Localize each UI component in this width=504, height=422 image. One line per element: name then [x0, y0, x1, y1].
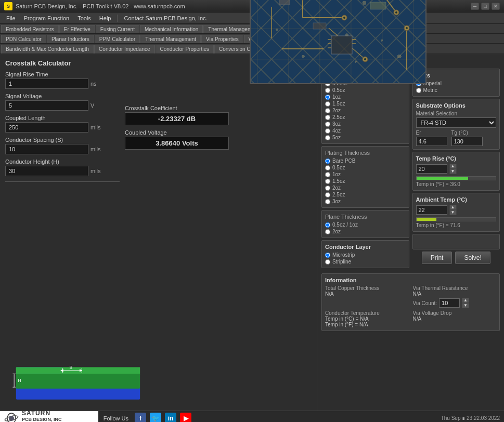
substrate-section: Substrate Options Material Selection FR-… — [412, 99, 500, 150]
copper-5oz[interactable]: 5oz — [325, 135, 406, 140]
temp-f-value: Temp in (°F) = N/A — [325, 322, 409, 327]
youtube-button[interactable]: ▶ — [180, 413, 191, 423]
er-input[interactable] — [416, 137, 447, 146]
tab-fusing-current[interactable]: Fusing Current — [96, 25, 139, 33]
contact-button[interactable]: Contact Saturn PCB Design, Inc. — [120, 14, 211, 22]
info-section: Information Total Copper Thickness N/A V… — [321, 273, 500, 331]
tab-conductor-impedance[interactable]: Conductor Impedance — [94, 45, 154, 54]
solve-button[interactable]: Solve! — [455, 252, 490, 264]
window-controls[interactable]: ─ □ ✕ — [471, 3, 500, 10]
layer-microstrip[interactable]: Microstrip — [325, 252, 406, 258]
empty-box — [412, 234, 500, 249]
copper-1.5oz[interactable]: 1.5oz — [325, 101, 406, 107]
ambient-temp-progress — [416, 217, 497, 221]
via-count-spinner[interactable]: ▲ ▼ — [462, 298, 469, 308]
conductor-spacing-label: Conductor Spacing (S) — [5, 137, 120, 143]
conductor-spacing-input[interactable] — [5, 144, 88, 154]
units-imperial[interactable]: Imperial — [416, 81, 497, 86]
linkedin-button[interactable]: in — [165, 413, 176, 423]
copper-2oz[interactable]: 2oz — [325, 108, 406, 113]
tg-label: Tg (°C) — [451, 130, 483, 136]
options-columns: Base Copper Weight 0.25oz 0.5oz 1oz 1.5o… — [321, 69, 500, 268]
tab-ppm-calculator[interactable]: PPM Calculator — [95, 35, 140, 43]
tab-pdn-calculator[interactable]: PDN Calculator — [1, 35, 46, 43]
tab-conductor-properties[interactable]: Conductor Properties — [156, 45, 214, 54]
coupled-length-input[interactable] — [5, 122, 88, 133]
pcb-svg — [251, 0, 425, 83]
tg-input[interactable] — [451, 137, 483, 146]
bottom-bar: SATURN PCB DESIGN, INC Turnkey Electroni… — [0, 411, 504, 422]
substrate-options-title: Substrate Options — [416, 102, 497, 109]
plating-2.5oz[interactable]: 2.5oz — [325, 192, 406, 197]
ambient-temp-input[interactable] — [416, 205, 447, 215]
close-button[interactable]: ✕ — [492, 3, 500, 10]
tab-er-effective[interactable]: Er Effective — [59, 25, 95, 33]
signal-rise-time-input[interactable] — [5, 78, 88, 89]
copper-3oz[interactable]: 3oz — [325, 121, 406, 127]
copper-1oz[interactable]: 1oz — [325, 94, 406, 100]
ambient-temp-up[interactable]: ▲ — [449, 205, 457, 210]
plating-0.5oz[interactable]: 0.5oz — [325, 165, 406, 170]
ambient-temp-down[interactable]: ▼ — [449, 210, 457, 215]
facebook-button[interactable]: f — [135, 413, 146, 423]
logo-area: SATURN PCB DESIGN, INC Turnkey Electroni… — [0, 411, 98, 423]
saturn-logo-svg — [4, 412, 19, 423]
copper-4oz[interactable]: 4oz — [325, 128, 406, 134]
menu-help[interactable]: Help — [95, 14, 115, 22]
via-count-row: Via Count: ▲ ▼ — [413, 298, 497, 308]
plane-2oz[interactable]: 2oz — [325, 229, 406, 234]
plating-3oz[interactable]: 3oz — [325, 199, 406, 204]
plating-1.5oz[interactable]: 1.5oz — [325, 178, 406, 184]
svg-point-20 — [364, 58, 366, 60]
signal-rise-time-label: Signal Rise Time — [5, 71, 120, 77]
material-select[interactable]: FR-4 STD FR-4 High Tg Rogers 4350B — [416, 117, 497, 128]
conductor-layer-options: Microstrip Stripline — [325, 252, 406, 265]
maximize-button[interactable]: □ — [481, 3, 489, 10]
total-copper-label: Total Copper Thickness — [325, 285, 409, 291]
plating-2oz[interactable]: 2oz — [325, 185, 406, 191]
tab-bandwidth[interactable]: Bandwidth & Max Conductor Length — [1, 45, 94, 54]
via-count-down[interactable]: ▼ — [462, 303, 469, 308]
temp-rise-up[interactable]: ▲ — [449, 164, 457, 169]
units-metric[interactable]: Metric — [416, 87, 497, 93]
via-thermal-col: Via Thermal Resistance N/A Via Count: ▲ … — [413, 285, 497, 308]
units-options: Imperial Metric — [416, 81, 497, 93]
tab-mechanical-information[interactable]: Mechanical Information — [140, 25, 203, 33]
coupled-length-label: Coupled Length — [5, 115, 120, 121]
plating-bare[interactable]: Bare PCB — [325, 158, 406, 164]
via-count-up[interactable]: ▲ — [462, 298, 469, 303]
twitter-button[interactable]: 🐦 — [150, 413, 161, 423]
tab-embedded-resistors[interactable]: Embedded Resistors — [1, 25, 59, 33]
info-grid: Total Copper Thickness N/A Via Thermal R… — [325, 285, 496, 327]
print-button[interactable]: Print — [422, 252, 453, 264]
copper-0.5oz[interactable]: 0.5oz — [325, 87, 406, 93]
social-buttons: f 🐦 in ▶ — [134, 413, 192, 423]
signal-voltage-input[interactable] — [5, 100, 88, 111]
temp-rise-section: Temp Rise (°C) ▲ ▼ Temp in (°F) = 36.0 — [412, 152, 500, 191]
temp-rise-down[interactable]: ▼ — [449, 169, 457, 174]
svg-rect-23 — [279, 0, 290, 5]
via-count-input[interactable] — [439, 298, 460, 308]
tab-via-properties[interactable]: Via Properties — [201, 35, 243, 43]
tab-planar-inductors[interactable]: Planar Inductors — [47, 35, 94, 43]
plane-0.5oz-1oz[interactable]: 0.5oz / 1oz — [325, 222, 406, 228]
menu-program-function[interactable]: Program Function — [20, 14, 73, 22]
plating-1oz[interactable]: 1oz — [325, 172, 406, 177]
voltage-value: 3.86640 Volts — [125, 137, 229, 150]
temp-rise-input[interactable] — [416, 164, 447, 174]
menu-tools[interactable]: Tools — [73, 14, 95, 22]
er-field: Er — [416, 130, 447, 146]
tab-thermal-management2[interactable]: Thermal Management — [140, 35, 201, 43]
copper-2.5oz[interactable]: 2.5oz — [325, 114, 406, 120]
fields-column: Signal Rise Time ns Signal Voltage V Cou… — [5, 71, 120, 344]
temp-c-value: Temp in (°C) = N/A — [325, 316, 409, 322]
ambient-temp-fill — [417, 218, 436, 221]
menu-file[interactable]: File — [2, 14, 20, 22]
temp-rise-spinner[interactable]: ▲ ▼ — [449, 164, 457, 174]
menu-separator — [117, 15, 118, 22]
conductor-temp-label: Conductor Temperature — [325, 310, 409, 316]
conductor-height-input[interactable] — [5, 166, 88, 176]
ambient-temp-spinner[interactable]: ▲ ▼ — [449, 205, 457, 215]
minimize-button[interactable]: ─ — [471, 3, 479, 10]
layer-stripline[interactable]: Stripline — [325, 259, 406, 265]
